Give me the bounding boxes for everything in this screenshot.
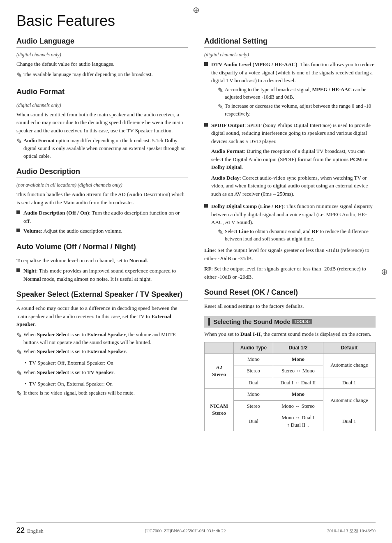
footer-page-number: 22 [16,526,25,535]
table-cell-auto-change-2: Automatic change [323,389,375,412]
section-title-audio-language: Audio Language [16,37,188,48]
table-row: A2Stereo Mono Mono Automatic change [205,354,376,365]
bullet-square-spdif [204,123,208,127]
bullet-dtv-audio: DTV Audio Level (MPEG / HE-AAC): This fu… [204,60,376,119]
section-title-speaker-select: Speaker Select (External Speaker / TV Sp… [16,290,188,301]
table-cell-nicam-dual-type: Dual [234,412,273,431]
table-cell-stereo-type: Stereo [234,365,273,377]
speaker-note-1: ✎ When Speaker Select is set to External… [16,331,188,347]
note-icon-5: ✎ [16,368,22,378]
dolby-rf-para: RF: Set the output level for signals gre… [204,265,376,281]
bullet-square [16,210,20,214]
audio-description-subtitle: (not available in all locations) (digita… [16,181,188,189]
speaker-note-4: ✎ If there is no video signal, both spea… [16,389,188,399]
additional-setting-subtitle: (digital channels only) [204,51,376,58]
table-header-audio-type: Audio Type [234,342,273,354]
table-cell-dual-type: Dual [234,377,273,389]
table-header-col0 [205,342,234,354]
table-cell-nicam-dual-1: Dual 1 [323,412,375,431]
selecting-sound-mode-title: Selecting the Sound Mode [213,318,291,325]
dtv-note-2: ✎ To increase or decrease the volume, ad… [218,102,376,118]
right-column: Additional Setting (digital channels onl… [204,37,376,431]
table-row: NICAMStereo Mono Mono Automatic change [205,389,376,401]
table-cell-dual-1: Dual 1 [323,377,375,389]
section-title-additional-setting: Additional Setting [204,37,376,48]
two-column-layout: Audio Language (digital channels only) C… [16,37,376,431]
table-cell-nicam-stereo-dual: Mono ↔ Stereo [273,400,323,412]
tools-badge: TOOLS♪ [292,319,312,324]
left-column: Audio Language (digital channels only) C… [16,37,188,431]
footer-date-time: 2010-10-13 오전 10:46:50 [327,528,376,533]
note-icon-dtv-1: ✎ [218,85,223,95]
table-cell-stereo-dual: Stereo ↔ Mono [273,365,323,377]
note-icon: ✎ [16,70,22,80]
table-cell-nicam-mono-dual: Mono [273,389,323,401]
footer: 22 English [UC7000_ZT]BN68-02590H-06L03.… [16,522,376,535]
section-title-sound-reset: Sound Reset (OK / Cancel) [204,288,376,299]
footer-left: 22 English [16,526,44,535]
table-cell-auto-change-1: Automatic change [323,354,375,377]
sound-mode-table: Audio Type Dual 1/2 Default A2Stereo Mon… [204,342,376,431]
table-cell-nicam: NICAMStereo [205,389,234,431]
footer-file-info: [UC7000_ZT]BN68-02590H-06L03.indb 22 [145,528,226,533]
bullet-square-2 [16,229,20,232]
bullet-square-dolby [204,204,208,208]
audio-language-body: Change the default value for audio langu… [16,60,188,68]
bullet-square-3 [16,268,20,272]
audio-format-note-1: ✎ Audio Format option may differ dependi… [16,137,188,160]
dolby-note-1: ✎ Select Line to obtain dynamic sound, a… [218,228,376,243]
table-cell-mono-dual: Mono [273,354,323,365]
dtv-note-1: ✎ According to the type of broadcast sig… [218,86,376,102]
speaker-note-3: ✎ When Speaker Select is set to TV Speak… [16,369,188,378]
table-header-dual: Dual 1/2 [273,342,323,354]
audio-format-body: When sound is emitted from both the main… [16,111,188,135]
table-cell-nicam-dual-dual: Mono ↔ Dual I↑ Dual II ↓ [273,412,323,431]
section-title-audio-description: Audio Description [16,167,188,178]
audio-description-body: This function handles the Audio Stream f… [16,190,188,206]
speaker-select-body: A sound echo may occur due to a differen… [16,304,188,328]
bullet-volume: Volume: Adjust the audio description vol… [16,227,188,235]
note-icon-4: ✎ [16,347,22,357]
section-title-audio-format: Audio Format [16,88,188,98]
note-icon-3: ✎ [16,330,22,340]
note-icon-6: ✎ [16,389,22,399]
crosshair-right: ⊕ [381,267,388,277]
section-title-auto-volume: Auto Volume (Off / Normal / Night) [16,243,188,253]
dolby-line-para: Line: Set the output level for signals g… [204,246,376,262]
note-icon-dtv-2: ✎ [218,102,223,112]
crosshair-top: ⊕ [193,5,200,15]
section-bar [208,318,210,326]
bullet-night: Night: This mode provides an improved so… [16,267,188,283]
bullet-dolby: Dolby Digital Comp (Line / RF): This fun… [204,202,376,244]
table-cell-nicam-mono-type: Mono [234,389,273,401]
note-icon-dolby: ✎ [218,227,223,237]
audio-format-subtitle: (digital channels only) [16,102,188,109]
footer-right: 2010-10-13 오전 10:46:50 [327,527,376,534]
table-cell-nicam-stereo-type: Stereo [234,400,273,412]
table-cell-dual-dual: Dual I ↔ Dual II [273,377,323,389]
table-header-default: Default [323,342,375,354]
footer-center: [UC7000_ZT]BN68-02590H-06L03.indb 22 [145,527,226,534]
bullet-spdif: SPDIF Output: SPDIF (Sony Philips Digita… [204,121,376,201]
note-icon-2: ✎ [16,136,22,146]
auto-volume-body: To equalize the volume level on each cha… [16,256,188,265]
table-cell-a2: A2Stereo [205,354,234,389]
speaker-sub-bullet-2: TV Speaker: On, External Speaker: On [25,380,188,388]
speaker-sub-bullet-1: TV Speaker: Off, External Speaker: On [25,359,188,367]
sound-reset-body: Reset all sound settings to the factory … [204,302,376,310]
audio-language-note-1: ✎ The available language may differ depe… [16,71,188,80]
table-cell-mono-type: Mono [234,354,273,365]
sound-mode-body: When you set to Dual I-II, the current s… [204,330,376,338]
audio-language-subtitle: (digital channels only) [16,51,188,58]
selecting-sound-mode-header: Selecting the Sound Mode TOOLS♪ [204,316,376,328]
footer-language: English [27,528,44,534]
bullet-audio-desc-on-off: Audio Description (Off / On): Turn the a… [16,209,188,225]
speaker-note-2: ✎ When Speaker Select is set to External… [16,348,188,357]
page-title: Basic Features [16,12,376,30]
bullet-square-dtv [204,62,208,66]
